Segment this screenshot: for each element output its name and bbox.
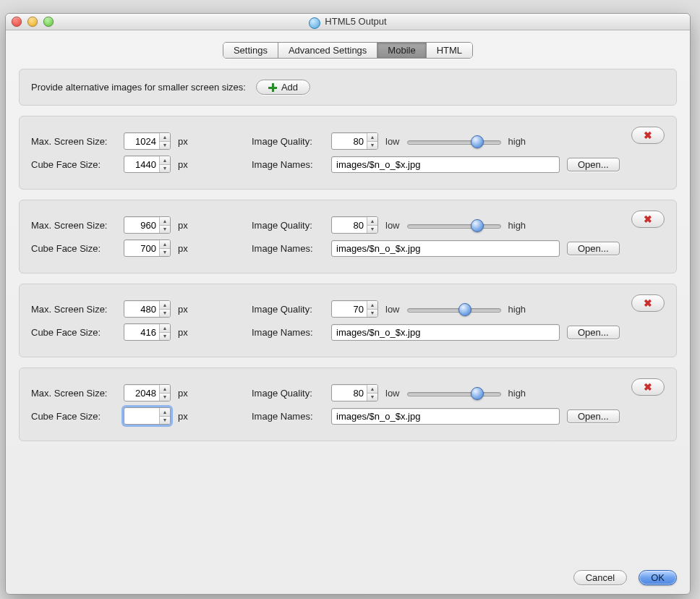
image-names-field[interactable]: [331, 408, 560, 425]
image-quality-label: Image Quality:: [252, 136, 324, 147]
step-up-icon[interactable]: ▲: [367, 217, 377, 226]
max-screen-field-input[interactable]: [124, 133, 159, 149]
max-screen-field-input[interactable]: [124, 301, 159, 317]
step-up-icon[interactable]: ▲: [160, 240, 170, 249]
stepper[interactable]: ▲▼: [159, 408, 170, 424]
zoom-window-button[interactable]: [43, 17, 54, 27]
stepper[interactable]: ▲▼: [367, 301, 377, 317]
open-button-label: Open...: [578, 159, 609, 170]
minimize-window-button[interactable]: [27, 17, 38, 27]
step-down-icon[interactable]: ▼: [160, 249, 170, 257]
max-screen-field[interactable]: ▲▼: [124, 132, 171, 150]
cancel-button[interactable]: Cancel: [573, 570, 627, 585]
delete-entry-button[interactable]: ✖: [631, 294, 665, 312]
tab-settings[interactable]: Settings: [223, 43, 278, 58]
delete-entry-button[interactable]: ✖: [631, 127, 665, 144]
cube-face-field-input[interactable]: [124, 324, 159, 340]
step-down-icon[interactable]: ▼: [367, 394, 377, 402]
step-down-icon[interactable]: ▼: [367, 142, 377, 150]
stepper[interactable]: ▲▼: [367, 133, 377, 149]
stepper[interactable]: ▲▼: [159, 156, 170, 172]
max-screen-field-input[interactable]: [124, 217, 159, 233]
image-quality-field-input[interactable]: [332, 217, 367, 233]
step-up-icon[interactable]: ▲: [160, 385, 170, 394]
slider-knob[interactable]: [471, 219, 484, 232]
px-unit: px: [178, 220, 194, 231]
max-screen-field[interactable]: ▲▼: [124, 300, 171, 318]
slider-knob[interactable]: [471, 135, 484, 148]
stepper[interactable]: ▲▼: [159, 240, 170, 256]
image-names-field[interactable]: [331, 156, 560, 173]
cube-face-field-input[interactable]: [124, 156, 159, 172]
quality-slider[interactable]: [407, 303, 501, 315]
step-up-icon[interactable]: ▲: [367, 385, 377, 394]
slider-knob[interactable]: [458, 303, 471, 316]
size-entry-panel: ✖Max. Screen Size:▲▼pxImage Quality:▲▼lo…: [19, 200, 677, 273]
step-up-icon[interactable]: ▲: [160, 133, 170, 142]
open-button[interactable]: Open...: [567, 409, 620, 423]
delete-entry-button[interactable]: ✖: [631, 378, 665, 396]
cube-face-field[interactable]: ▲▼: [124, 156, 171, 173]
image-names-label: Image Names:: [252, 243, 324, 254]
quality-slider[interactable]: [407, 135, 501, 147]
step-up-icon[interactable]: ▲: [160, 408, 170, 417]
stepper[interactable]: ▲▼: [367, 217, 377, 233]
slider-knob[interactable]: [471, 387, 484, 400]
image-quality-field-input[interactable]: [332, 301, 367, 317]
step-down-icon[interactable]: ▼: [160, 394, 170, 402]
step-up-icon[interactable]: ▲: [160, 324, 170, 333]
slider-low-label: low: [385, 388, 400, 399]
open-button[interactable]: Open...: [567, 242, 620, 255]
step-up-icon[interactable]: ▲: [367, 301, 377, 310]
image-quality-field-input[interactable]: [332, 133, 367, 149]
cube-face-label: Cube Face Size:: [31, 243, 116, 254]
step-down-icon[interactable]: ▼: [160, 226, 170, 234]
tab-mobile[interactable]: Mobile: [377, 43, 426, 58]
image-names-field[interactable]: [331, 324, 560, 341]
cube-face-field-input[interactable]: [124, 408, 159, 424]
image-names-field[interactable]: [331, 240, 560, 257]
step-down-icon[interactable]: ▼: [160, 142, 170, 150]
cube-face-field-input[interactable]: [124, 240, 159, 256]
stepper[interactable]: ▲▼: [159, 324, 170, 340]
step-down-icon[interactable]: ▼: [367, 310, 377, 318]
stepper[interactable]: ▲▼: [159, 385, 170, 401]
image-quality-field[interactable]: ▲▼: [331, 300, 378, 318]
image-quality-field[interactable]: ▲▼: [331, 132, 378, 150]
max-screen-field[interactable]: ▲▼: [124, 216, 171, 234]
add-button[interactable]: Add: [256, 80, 310, 95]
open-button[interactable]: Open...: [567, 158, 620, 171]
stepper[interactable]: ▲▼: [159, 133, 170, 149]
cube-face-field[interactable]: ▲▼: [124, 239, 171, 257]
max-screen-field-input[interactable]: [124, 385, 159, 401]
image-quality-field[interactable]: ▲▼: [331, 216, 378, 234]
image-quality-field-input[interactable]: [332, 385, 367, 401]
stepper[interactable]: ▲▼: [367, 385, 377, 401]
step-up-icon[interactable]: ▲: [160, 156, 170, 165]
step-down-icon[interactable]: ▼: [160, 310, 170, 318]
close-window-button[interactable]: [12, 17, 22, 27]
stepper[interactable]: ▲▼: [159, 301, 170, 317]
step-down-icon[interactable]: ▼: [160, 417, 170, 425]
tab-advanced-settings[interactable]: Advanced Settings: [278, 43, 377, 58]
ok-button[interactable]: OK: [639, 570, 677, 585]
step-up-icon[interactable]: ▲: [160, 217, 170, 226]
quality-slider[interactable]: [407, 219, 501, 231]
max-screen-field[interactable]: ▲▼: [124, 384, 171, 402]
quality-slider[interactable]: [407, 387, 501, 399]
cube-face-field[interactable]: ▲▼: [124, 407, 171, 425]
stepper[interactable]: ▲▼: [159, 217, 170, 233]
image-quality-field[interactable]: ▲▼: [331, 384, 378, 402]
step-down-icon[interactable]: ▼: [160, 333, 170, 341]
step-down-icon[interactable]: ▼: [160, 165, 170, 173]
step-up-icon[interactable]: ▲: [367, 133, 377, 142]
step-up-icon[interactable]: ▲: [160, 301, 170, 310]
step-down-icon[interactable]: ▼: [367, 226, 377, 234]
tab-html[interactable]: HTML: [427, 43, 472, 58]
slider-track: [407, 140, 501, 145]
slider-track: [407, 224, 501, 229]
delete-entry-button[interactable]: ✖: [631, 211, 665, 228]
open-button[interactable]: Open...: [567, 326, 620, 339]
cube-face-field[interactable]: ▲▼: [124, 323, 171, 341]
cube-face-label: Cube Face Size:: [31, 327, 116, 338]
